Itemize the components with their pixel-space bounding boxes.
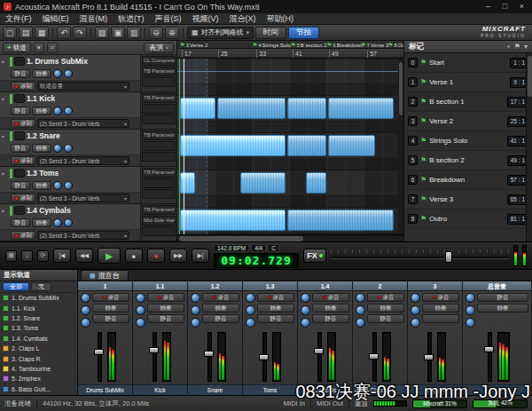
- timeline-marker[interactable]: ⚑3Verse 2: [180, 41, 208, 49]
- audio-clip[interactable]: [287, 135, 327, 156]
- lane-cymbals[interactable]: [177, 208, 403, 234]
- list-item[interactable]: 5. 2mphex: [0, 374, 77, 383]
- volume-fader[interactable]: [95, 332, 103, 382]
- marker-row[interactable]: 1⚑Verse 19 : 1: [404, 73, 532, 92]
- track-header-kick[interactable]: TB Parametric Eq... ▾ 1.1 Kick 静音 独奏 录制 …: [0, 92, 176, 130]
- solo-button[interactable]: 独奏: [32, 181, 51, 190]
- menu-edit[interactable]: 编辑(E): [37, 13, 74, 24]
- audio-clip[interactable]: [328, 98, 394, 119]
- snap-icon[interactable]: ▦: [5, 250, 17, 262]
- audio-clip[interactable]: [328, 135, 376, 156]
- solo-button[interactable]: 独奏: [32, 107, 51, 115]
- eq-low-knob[interactable]: [356, 318, 365, 328]
- marker-row[interactable]: 4⚑Strings Solo41 : 1: [404, 131, 532, 151]
- timeline-marker[interactable]: ⚑7Verse 3: [361, 41, 389, 49]
- stop-button[interactable]: ■: [125, 249, 143, 263]
- eq-mid-knob[interactable]: [466, 305, 475, 315]
- track-menu-icon[interactable]: ▾: [34, 43, 44, 53]
- eq-low-knob[interactable]: [81, 318, 90, 328]
- mixer-channel[interactable]: 2 录音独奏静音 Claps L: [353, 281, 408, 395]
- timeline-marker[interactable]: ⚑8Outro: [387, 41, 403, 49]
- filter-all-button[interactable]: 全部: [3, 282, 29, 291]
- solo-button[interactable]: 独奏: [32, 218, 51, 227]
- beat-mode-button[interactable]: 节拍: [288, 27, 319, 39]
- zoom-in-icon[interactable]: ⊕: [165, 27, 179, 39]
- mute-button[interactable]: 静音: [11, 218, 30, 227]
- eq-low-knob[interactable]: [191, 318, 200, 328]
- close-button[interactable]: ×: [515, 0, 528, 13]
- open-icon[interactable]: ▤: [19, 27, 33, 39]
- fx-slot[interactable]: Mid-Side Harmon...: [142, 216, 176, 225]
- solo-button[interactable]: 独奏: [257, 304, 294, 312]
- add-marker-icon[interactable]: +: [506, 43, 511, 51]
- eq-high-knob[interactable]: [356, 293, 365, 303]
- menu-mix[interactable]: 混音(M): [74, 13, 113, 24]
- metronome-icon[interactable]: ♪: [21, 250, 33, 262]
- eq-mid-knob[interactable]: [191, 305, 200, 315]
- volume-fader[interactable]: [370, 332, 378, 382]
- measure-ruler[interactable]: 17 25 33 41 49 57: [177, 49, 403, 59]
- menu-file[interactable]: 文件(F): [0, 13, 37, 24]
- volume-fader[interactable]: [205, 332, 213, 382]
- fx-slot[interactable]: TB Parametric Eq...: [142, 130, 176, 140]
- marker-row[interactable]: 5⚑B section 249 : 1: [404, 151, 532, 170]
- track-name[interactable]: 1.2 Snare: [27, 131, 60, 140]
- arm-button[interactable]: 录制: [11, 82, 35, 91]
- fx-slot-empty[interactable]: [142, 115, 176, 124]
- fx-slot-empty[interactable]: [142, 104, 176, 114]
- audio-clip[interactable]: [287, 98, 327, 119]
- master-fader[interactable]: [485, 332, 493, 382]
- markers-scrollbar[interactable]: [526, 53, 532, 241]
- save-icon[interactable]: ▦: [35, 27, 49, 39]
- solo-button[interactable]: 独奏: [422, 304, 459, 312]
- trim-knob[interactable]: [64, 144, 73, 153]
- eq-high-knob[interactable]: [301, 293, 310, 303]
- list-item[interactable]: 4. Tambourine: [0, 364, 77, 374]
- timeline-marker[interactable]: ⚑6Breakdown: [326, 41, 363, 49]
- volume-fader[interactable]: [425, 332, 433, 382]
- lane-drums-submix[interactable]: [177, 59, 403, 96]
- solo-button[interactable]: 独奏: [92, 304, 129, 312]
- mixer-channel[interactable]: 3 录音独奏 Claps R: [408, 281, 463, 395]
- pan-knob[interactable]: [53, 107, 62, 115]
- solo-button[interactable]: 独奏: [32, 144, 51, 153]
- collapse-icon[interactable]: ▾: [2, 170, 8, 177]
- timeline-marker[interactable]: ⚑5B section 2: [291, 41, 327, 49]
- menu-sound[interactable]: 声音(S): [150, 13, 187, 24]
- fx-slot-empty[interactable]: [142, 226, 176, 236]
- tab-mixer[interactable]: ▦混音台: [81, 270, 129, 281]
- track-list-icon[interactable]: ≡: [47, 43, 58, 53]
- pan-knob[interactable]: [53, 69, 62, 78]
- track-name[interactable]: 1.1 Kick: [27, 94, 55, 103]
- fx-slot[interactable]: TB Parametric Eq...: [142, 93, 176, 103]
- time-mode-button[interactable]: 时间: [255, 27, 286, 39]
- trim-knob[interactable]: [64, 69, 73, 78]
- solo-button[interactable]: 独奏: [202, 304, 239, 312]
- mixer-channel[interactable]: 1.4 录音独奏静音 Cymbals: [298, 281, 353, 395]
- collapse-icon[interactable]: ▾: [2, 96, 8, 102]
- menu-help[interactable]: 帮助(H): [262, 13, 300, 24]
- add-track-button[interactable]: + 轨道: [3, 43, 31, 53]
- trim-knob[interactable]: [64, 107, 73, 115]
- mute-button[interactable]: 静音: [257, 314, 294, 323]
- list-item[interactable]: 1.2. Snare: [0, 313, 77, 323]
- zoom-out-icon[interactable]: ⊖: [149, 27, 163, 39]
- eq-high-knob[interactable]: [136, 293, 145, 303]
- track-header-snare[interactable]: TB Parametric Eq... ▾ 1.2 Snare 静音 独奏 录制…: [0, 130, 176, 167]
- track-header-drums-submix[interactable]: CL Compressor TB Parametric Eq... ▾ 1. D…: [0, 55, 176, 92]
- eq-high-knob[interactable]: [246, 293, 255, 303]
- tempo-display[interactable]: 142.0 BPM: [214, 244, 249, 252]
- mute-button[interactable]: 静音: [92, 314, 129, 323]
- fast-forward-button[interactable]: ▶▶: [169, 249, 187, 263]
- cut-icon[interactable]: ▧: [95, 27, 109, 39]
- eq-high-knob[interactable]: [191, 293, 200, 303]
- list-item[interactable]: 1.1. Kick: [0, 303, 77, 312]
- fx-slot[interactable]: CL Compressor: [142, 56, 176, 66]
- mixer-channel[interactable]: 1.1 录音独奏静音 Kick: [133, 281, 188, 395]
- rewind-button[interactable]: ◀◀: [75, 249, 93, 263]
- marker-row[interactable]: 7⚑Verse 365 : 1: [404, 190, 532, 209]
- clip-lanes[interactable]: [177, 59, 403, 234]
- pan-knob[interactable]: [53, 218, 62, 227]
- minimize-button[interactable]: –: [481, 0, 495, 13]
- play-button[interactable]: ▶: [98, 248, 121, 264]
